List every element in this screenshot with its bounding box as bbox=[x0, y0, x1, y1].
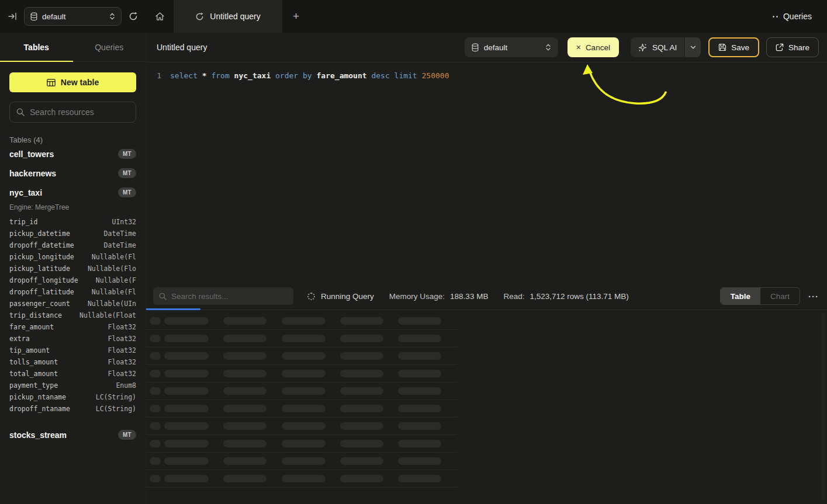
skeleton-cell bbox=[398, 457, 441, 465]
column-type: Nullable(UIn bbox=[88, 300, 136, 308]
skeleton-cell bbox=[150, 405, 161, 412]
skeleton-cell bbox=[282, 422, 326, 430]
app-window: default bbox=[0, 0, 827, 504]
skeleton-cell bbox=[223, 422, 267, 430]
column-name: dropoff_latitude bbox=[9, 288, 74, 296]
new-table-button[interactable]: New table bbox=[9, 72, 136, 92]
read-label: Read: bbox=[503, 292, 524, 301]
editor-database-selector[interactable]: default bbox=[465, 37, 558, 57]
column-type: Enum8 bbox=[116, 381, 136, 390]
engine-badge: MT bbox=[118, 149, 136, 159]
engine-label: Engine: MergeTree bbox=[9, 203, 136, 211]
table-list: cell_towersMThackernewsMTnyc_taxiMTEngin… bbox=[9, 144, 136, 444]
view-tab-table[interactable]: Table bbox=[721, 288, 760, 304]
column-row: tolls_amountFloat32 bbox=[9, 356, 136, 368]
table-row[interactable]: hackernewsMT bbox=[9, 164, 136, 183]
column-row: payment_typeEnum8 bbox=[9, 380, 136, 391]
table-row[interactable]: stocks_streamMT bbox=[9, 425, 136, 444]
resource-search bbox=[9, 102, 136, 123]
column-name: pickup_ntaname bbox=[9, 393, 66, 401]
skeleton-cell bbox=[164, 317, 209, 325]
share-icon bbox=[776, 43, 784, 51]
results-toolbar: Running Query Memory Usage: 188.33 MB Re… bbox=[146, 283, 827, 310]
column-name: total_amount bbox=[9, 370, 58, 378]
column-row: pickup_longitudeNullable(Fl bbox=[9, 251, 136, 263]
skeleton-cell bbox=[223, 457, 267, 465]
column-type: Nullable(F bbox=[96, 276, 136, 284]
view-tab-chart[interactable]: Chart bbox=[760, 288, 800, 304]
skeleton-cell bbox=[282, 475, 326, 482]
query-tab[interactable]: Untitled query bbox=[174, 0, 282, 33]
column-name: trip_id bbox=[9, 218, 37, 226]
skeleton-cell bbox=[164, 422, 209, 430]
sql-token: select bbox=[170, 71, 198, 80]
skeleton-cell bbox=[223, 370, 267, 377]
results-search-input[interactable] bbox=[171, 292, 288, 301]
database-selector[interactable]: default bbox=[24, 7, 122, 26]
more-options-button[interactable]: ··· bbox=[808, 291, 819, 301]
skeleton-cell bbox=[150, 422, 161, 430]
plus-icon: + bbox=[293, 10, 299, 23]
column-type: Nullable(Flo bbox=[88, 265, 136, 273]
database-selector-value: default bbox=[42, 12, 105, 21]
skeleton-cell bbox=[282, 457, 326, 465]
skeleton-cell bbox=[223, 317, 267, 325]
table-row[interactable]: nyc_taxiMT bbox=[9, 183, 136, 202]
sidebar-tab-tables[interactable]: Tables bbox=[0, 33, 73, 61]
table-name: cell_towers bbox=[9, 150, 54, 159]
tab-loading-icon bbox=[195, 12, 204, 21]
save-button[interactable]: Save bbox=[708, 37, 759, 57]
column-row: dropoff_datetimeDateTime bbox=[9, 239, 136, 251]
sql-ai-dropdown-button[interactable] bbox=[684, 37, 701, 57]
sql-ai-button[interactable]: SQL AI bbox=[631, 37, 701, 57]
spacer bbox=[9, 418, 136, 425]
dots-icon bbox=[773, 16, 778, 18]
cancel-button[interactable]: × Cancel bbox=[568, 37, 619, 57]
column-name: pickup_latitude bbox=[9, 265, 70, 273]
skeleton-row bbox=[146, 435, 457, 453]
topbar-right-section: Queries bbox=[773, 0, 827, 33]
topbar-left-section: default bbox=[0, 0, 146, 33]
scrollbar[interactable] bbox=[822, 312, 825, 500]
memory-usage-value: 188.33 MB bbox=[450, 292, 488, 301]
skeleton-cell bbox=[398, 317, 441, 325]
skeleton-row bbox=[146, 365, 457, 383]
search-icon bbox=[16, 108, 25, 116]
skeleton-cell bbox=[164, 370, 209, 377]
sql-token: fare_amount bbox=[317, 71, 367, 80]
memory-usage-label: Memory Usage: bbox=[389, 292, 445, 301]
save-icon bbox=[718, 43, 726, 51]
skeleton-cell bbox=[398, 422, 441, 430]
sidebar-tab-queries[interactable]: Queries bbox=[73, 33, 146, 61]
skeleton-cell bbox=[340, 317, 383, 325]
skeleton-cell bbox=[150, 440, 161, 447]
sidebar: TablesQueries New table bbox=[0, 33, 146, 504]
queries-link[interactable]: Queries bbox=[773, 12, 812, 21]
sidebar-tabs: TablesQueries bbox=[0, 33, 146, 62]
share-button[interactable]: Share bbox=[766, 37, 819, 57]
skeleton-cell bbox=[282, 387, 326, 395]
new-tab-button[interactable]: + bbox=[282, 0, 310, 33]
home-tab-button[interactable] bbox=[146, 0, 174, 33]
sidebar-collapse-icon[interactable] bbox=[8, 12, 17, 20]
sql-editor[interactable]: 1 select * from nyc_taxi order by fare_a… bbox=[146, 62, 827, 283]
column-row: total_amountFloat32 bbox=[9, 368, 136, 380]
sql-token bbox=[298, 71, 303, 80]
column-name: passenger_count bbox=[9, 300, 70, 308]
read-value: 1,523,712 rows (113.71 MB) bbox=[530, 292, 628, 301]
resource-search-input[interactable] bbox=[30, 107, 136, 117]
main-panel: Untitled query default bbox=[146, 33, 827, 504]
skeleton-cell bbox=[150, 352, 161, 360]
table-row[interactable]: cell_towersMT bbox=[9, 144, 136, 164]
sql-ai-main[interactable]: SQL AI bbox=[631, 37, 684, 57]
close-icon: × bbox=[576, 43, 581, 52]
column-name: tolls_amount bbox=[9, 358, 58, 366]
skeleton-cell bbox=[150, 317, 161, 325]
column-type: LC(String) bbox=[96, 393, 136, 401]
skeleton-cell bbox=[164, 335, 209, 342]
skeleton-cell bbox=[282, 370, 326, 377]
skeleton-cell bbox=[223, 440, 267, 447]
skeleton-cell bbox=[282, 335, 326, 342]
refresh-icon[interactable] bbox=[129, 12, 138, 21]
skeleton-cell bbox=[282, 317, 326, 325]
